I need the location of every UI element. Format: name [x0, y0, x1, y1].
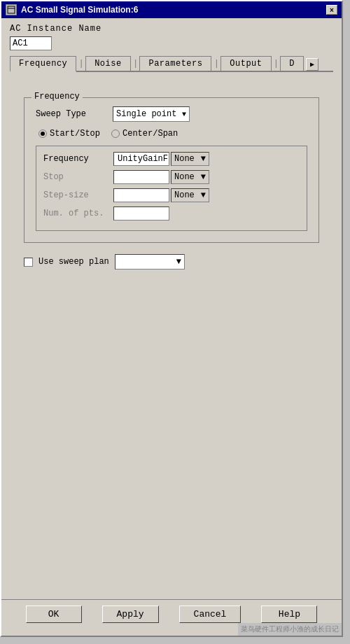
- tab-parameters[interactable]: Parameters: [139, 56, 211, 71]
- stop-field-input[interactable]: [113, 170, 169, 184]
- num-pts-input[interactable]: [113, 206, 169, 220]
- radio-row: Start/Stop Center/Span: [36, 129, 307, 139]
- stop-unit-dropdown[interactable]: None ▼: [171, 170, 209, 184]
- svg-rect-0: [8, 6, 15, 13]
- frequency-group-title: Frequency: [31, 92, 83, 102]
- apply-button[interactable]: Apply: [102, 606, 159, 623]
- frequency-field-label: Frequency: [43, 154, 113, 164]
- instance-name-input[interactable]: [10, 36, 52, 50]
- close-button[interactable]: ×: [326, 5, 337, 15]
- tab-output[interactable]: Output: [220, 56, 271, 71]
- help-button[interactable]: Help: [261, 606, 317, 623]
- sweep-plan-dropdown[interactable]: ▼: [115, 254, 185, 270]
- radio-start-stop-circle[interactable]: [38, 130, 47, 138]
- main-window: AC Small Signal Simulation:6 × AC Instan…: [0, 0, 343, 637]
- frequency-field-row: Frequency UnityGainF None ▼: [43, 152, 300, 166]
- sweep-plan-checkbox[interactable]: [24, 258, 33, 267]
- sweep-type-dropdown[interactable]: Single point ▼: [113, 106, 190, 122]
- tab-noise[interactable]: Noise: [85, 56, 131, 71]
- stop-unit: None: [174, 172, 195, 182]
- step-size-label: Step-size: [43, 190, 113, 200]
- sweep-type-arrow: ▼: [182, 111, 186, 118]
- window-title: AC Small Signal Simulation:6: [21, 5, 138, 15]
- stop-field-row: Stop None ▼: [43, 170, 300, 184]
- tab-arrow-button[interactable]: ▶: [306, 58, 318, 71]
- frequency-unit-arrow: ▼: [201, 154, 206, 164]
- sweep-plan-dropdown-arrow: ▼: [176, 257, 181, 267]
- stop-field-label: Stop: [43, 172, 113, 182]
- radio-start-stop-label: Start/Stop: [50, 129, 100, 139]
- frequency-unit: None: [174, 154, 195, 164]
- step-size-unit-arrow: ▼: [201, 190, 206, 200]
- sweep-type-row: Sweep Type Single point ▼: [36, 106, 307, 122]
- tab-d[interactable]: D: [280, 56, 304, 71]
- title-bar: AC Small Signal Simulation:6 ×: [1, 1, 342, 18]
- sweep-plan-row: Use sweep plan ▼: [24, 254, 319, 270]
- instance-name-label: AC Instance Name: [10, 24, 333, 34]
- frequency-group-box: Frequency Sweep Type Single point ▼ Star…: [24, 97, 319, 243]
- sweep-type-label: Sweep Type: [36, 109, 99, 119]
- ok-button[interactable]: OK: [26, 606, 82, 623]
- radio-center-span-label: Center/Span: [122, 129, 178, 139]
- window-icon: [6, 4, 17, 15]
- tab-frequency[interactable]: Frequency: [10, 56, 76, 72]
- tabs-container: Frequency | Noise | Parameters | Output …: [10, 56, 333, 72]
- radio-center-span-circle[interactable]: [111, 130, 120, 138]
- cancel-button[interactable]: Cancel: [179, 606, 241, 623]
- step-size-unit-dropdown[interactable]: None ▼: [171, 188, 209, 202]
- tab-content-frequency: Frequency Sweep Type Single point ▼ Star…: [10, 72, 333, 520]
- num-pts-label: Num. of pts.: [43, 209, 113, 218]
- frequency-unit-dropdown[interactable]: None ▼: [171, 152, 209, 166]
- sweep-plan-label: Use sweep plan: [38, 257, 109, 267]
- radio-center-span[interactable]: Center/Span: [111, 129, 178, 139]
- radio-start-stop[interactable]: Start/Stop: [38, 129, 100, 139]
- num-pts-field-row: Num. of pts.: [43, 206, 300, 220]
- sweep-type-value: Single point: [116, 109, 176, 119]
- fields-group: Frequency UnityGainF None ▼ Stop: [36, 146, 307, 231]
- stop-unit-arrow: ▼: [201, 172, 206, 182]
- step-size-field-row: Step-size None ▼: [43, 188, 300, 202]
- watermark: 菜鸟硬件工程师小渔的成长日记: [238, 623, 342, 636]
- frequency-value-display: UnityGainF: [113, 152, 169, 166]
- window-body: AC Instance Name Frequency | Noise | Par…: [1, 18, 342, 526]
- frequency-value: UnityGainF: [116, 154, 168, 164]
- step-size-input[interactable]: [113, 188, 169, 202]
- step-size-unit: None: [174, 190, 195, 200]
